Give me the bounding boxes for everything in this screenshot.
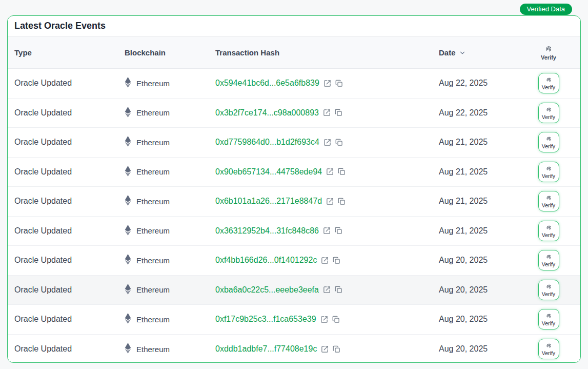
event-type-cell: Oracle Updated	[14, 256, 125, 265]
verify-button-label: Verify	[542, 261, 555, 267]
verify-cell: Verify	[523, 132, 574, 152]
verify-button-label: Verify	[542, 114, 555, 120]
blockchain-label: Ethereum	[136, 79, 170, 88]
verified-data-badge: Verified Data	[520, 4, 572, 15]
copy-icon[interactable]	[335, 286, 342, 294]
copy-icon[interactable]	[335, 80, 343, 87]
verify-cell: Verify	[523, 162, 574, 182]
external-link-icon[interactable]	[323, 227, 331, 235]
table-row: Oracle Updated Ethereum 0x36312952b4...3…	[8, 217, 580, 246]
verify-button-label: Verify	[542, 350, 555, 356]
transaction-hash-cell: 0x3b2f7ce174...c98a000893	[215, 108, 439, 118]
copy-icon[interactable]	[333, 257, 340, 264]
external-link-icon[interactable]	[326, 168, 334, 176]
blockchain-label: Ethereum	[136, 108, 170, 117]
transaction-hash-link[interactable]: 0xd7759864d0...b1d2f693c4	[215, 138, 319, 147]
copy-icon[interactable]	[335, 227, 342, 235]
event-type-cell: Oracle Updated	[14, 344, 125, 354]
copy-icon[interactable]	[332, 316, 340, 323]
transaction-hash-cell: 0x90eb657134...44758ede94	[215, 167, 439, 177]
blockchain-cell: Ethereum	[125, 343, 215, 355]
copy-icon[interactable]	[333, 345, 340, 353]
verify-button[interactable]: Verify	[538, 339, 559, 359]
table-row: Oracle Updated Ethereum 0x6b101a1a26...2…	[8, 187, 580, 217]
verify-button[interactable]: Verify	[538, 132, 559, 152]
table-row: Oracle Updated Ethereum 0x90eb657134...4…	[8, 158, 580, 187]
transaction-hash-link[interactable]: 0x3b2f7ce174...c98a000893	[215, 108, 319, 118]
blockchain-label: Ethereum	[136, 197, 170, 206]
transaction-hash-cell: 0x594e41bc6d...6e5a6fb839	[215, 79, 439, 88]
ethereum-icon	[125, 107, 131, 119]
column-header-date[interactable]: Date	[439, 48, 523, 57]
blockchain-cell: Ethereum	[125, 284, 215, 296]
ethereum-icon	[125, 313, 131, 325]
date-cell: Aug 21, 2025	[439, 167, 523, 177]
date-cell: Aug 20, 2025	[439, 285, 523, 295]
verify-button-label: Verify	[542, 320, 555, 326]
chevron-down-icon[interactable]	[459, 49, 466, 56]
blockchain-cell: Ethereum	[125, 313, 215, 325]
verify-cell: Verify	[523, 280, 574, 300]
transaction-hash-link[interactable]: 0xf4bb166d26...0f1401292c	[215, 256, 317, 265]
ethereum-icon	[125, 195, 131, 207]
external-link-icon[interactable]	[323, 109, 331, 116]
transaction-hash-link[interactable]: 0x36312952b4...31fc848c86	[215, 226, 319, 236]
transaction-hash-link[interactable]: 0x6b101a1a26...2171e8847d	[215, 197, 322, 206]
table-row: Oracle Updated Ethereum 0xba6a0c22c5...e…	[8, 276, 580, 305]
blockchain-cell: Ethereum	[125, 166, 215, 178]
verify-button[interactable]: Verify	[538, 280, 559, 300]
event-type-cell: Oracle Updated	[14, 167, 125, 177]
copy-icon[interactable]	[338, 198, 346, 205]
copy-icon[interactable]	[338, 168, 346, 176]
verify-button[interactable]: Verify	[538, 309, 559, 329]
event-type-cell: Oracle Updated	[14, 79, 125, 88]
external-link-icon[interactable]	[326, 198, 334, 205]
blockchain-label: Ethereum	[136, 167, 170, 176]
fingerprint-icon	[545, 313, 552, 319]
external-link-icon[interactable]	[321, 257, 329, 264]
column-header-verify-label: Verify	[541, 54, 556, 61]
verify-cell: Verify	[523, 309, 574, 329]
table-header-row: Type Blockchain Transaction Hash Date Ve…	[8, 37, 580, 69]
transaction-hash-cell: 0xf4bb166d26...0f1401292c	[215, 256, 439, 265]
transaction-hash-link[interactable]: 0x90eb657134...44758ede94	[215, 167, 322, 177]
transaction-hash-link[interactable]: 0xddb1adbfe7...f77408e19c	[215, 344, 317, 354]
ethereum-icon	[125, 225, 131, 237]
column-header-type-label: Type	[14, 48, 32, 57]
verify-cell: Verify	[523, 221, 574, 241]
external-link-icon[interactable]	[323, 286, 331, 294]
ethereum-icon	[125, 166, 131, 178]
fingerprint-icon	[545, 254, 552, 260]
verify-button[interactable]: Verify	[538, 250, 559, 270]
transaction-hash-link[interactable]: 0xf17c9b25c3...f1ca653e39	[215, 315, 316, 324]
transaction-hash-link[interactable]: 0xba6a0c22c5...eeebe3eefa	[215, 285, 319, 295]
verify-button-label: Verify	[542, 84, 555, 90]
external-link-icon[interactable]	[323, 80, 331, 87]
transaction-hash-cell: 0x6b101a1a26...2171e8847d	[215, 197, 439, 206]
external-link-icon[interactable]	[320, 316, 328, 323]
transaction-hash-link[interactable]: 0x594e41bc6d...6e5a6fb839	[215, 79, 319, 88]
copy-icon[interactable]	[335, 109, 342, 116]
verify-button[interactable]: Verify	[538, 191, 559, 211]
fingerprint-icon	[545, 342, 552, 349]
verify-button-label: Verify	[542, 143, 555, 149]
date-cell: Aug 21, 2025	[439, 138, 523, 147]
date-cell: Aug 21, 2025	[439, 197, 523, 206]
date-cell: Aug 21, 2025	[439, 226, 523, 236]
date-cell: Aug 20, 2025	[439, 315, 523, 324]
blockchain-label: Ethereum	[136, 138, 170, 147]
fingerprint-icon	[545, 224, 552, 231]
verify-cell: Verify	[523, 103, 574, 123]
copy-icon[interactable]	[335, 139, 343, 146]
external-link-icon[interactable]	[321, 345, 329, 353]
verify-button-label: Verify	[542, 173, 555, 179]
verify-cell: Verify	[523, 339, 574, 359]
verify-button[interactable]: Verify	[538, 162, 559, 182]
verify-button[interactable]: Verify	[538, 221, 559, 241]
blockchain-label: Ethereum	[136, 256, 170, 265]
verify-button[interactable]: Verify	[538, 103, 559, 123]
verify-button[interactable]: Verify	[538, 73, 559, 93]
event-type-cell: Oracle Updated	[14, 226, 125, 236]
external-link-icon[interactable]	[323, 139, 331, 146]
ethereum-icon	[125, 77, 131, 89]
